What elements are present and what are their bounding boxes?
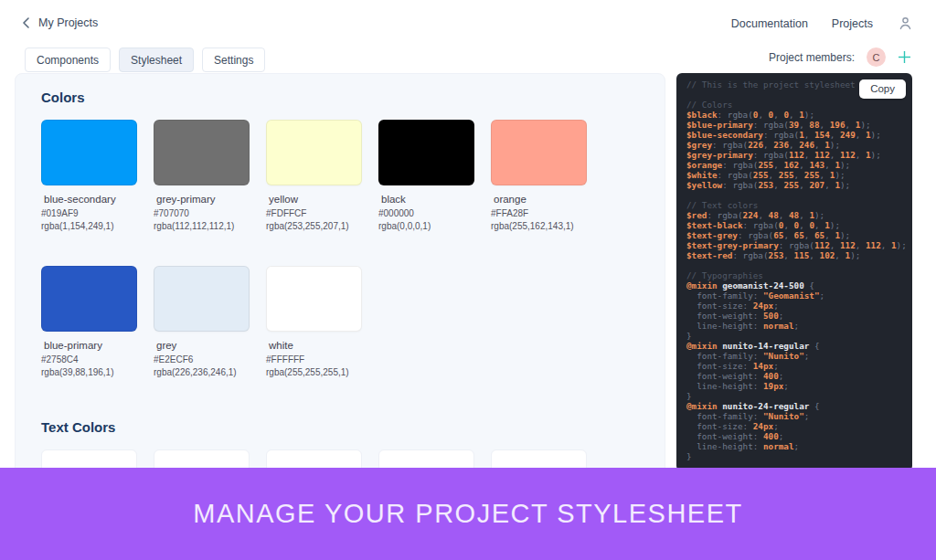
color-swatch-name: white <box>266 340 362 351</box>
user-account-icon[interactable] <box>897 15 914 32</box>
color-swatch-name: blue-secondary <box>41 194 137 205</box>
project-members: Project members: C <box>769 48 911 67</box>
color-swatch: blue-secondary #019AF9 rgba(1,154,249,1) <box>41 120 137 231</box>
tab-components[interactable]: Components <box>25 48 111 72</box>
color-swatch-hex: #000000 <box>378 208 474 218</box>
color-swatch-tile[interactable] <box>154 266 250 332</box>
color-swatch-tile[interactable] <box>491 120 587 185</box>
color-swatch: grey #E2ECF6 rgba(226,236,246,1) <box>154 266 250 377</box>
nav-projects[interactable]: Projects <box>832 17 873 30</box>
color-swatch-tile[interactable] <box>266 266 362 332</box>
stylesheet-code-panel: // This is the project stylesheet // Col… <box>676 73 912 471</box>
color-swatch-tile[interactable] <box>41 266 137 332</box>
color-swatch-rgba: rgba(255,162,143,1) <box>491 221 587 231</box>
color-swatch-rgba: rgba(226,236,246,1) <box>154 367 250 377</box>
color-swatch-name: grey <box>154 340 250 351</box>
color-swatch: black #000000 rgba(0,0,0,1) <box>378 120 474 231</box>
copy-button[interactable]: Copy <box>859 79 906 99</box>
color-swatch-hex: #2758C4 <box>41 354 137 365</box>
color-swatch: white #FFFFFF rgba(255,255,255,1) <box>266 266 362 377</box>
color-swatch: blue-primary #2758C4 rgba(39,88,196,1) <box>41 266 137 377</box>
color-swatch-name: black <box>378 194 474 205</box>
color-swatch-hex: #E2ECF6 <box>154 354 250 365</box>
color-swatch-rgba: rgba(0,0,0,1) <box>378 221 474 231</box>
project-members-label: Project members: <box>769 51 855 64</box>
tab-stylesheet[interactable]: Stylesheet <box>119 48 194 72</box>
color-swatch-name: orange <box>491 194 587 205</box>
back-to-projects-button[interactable]: My Projects <box>22 16 98 29</box>
add-member-button[interactable] <box>898 48 911 67</box>
color-swatch-grid: blue-secondary #019AF9 rgba(1,154,249,1)… <box>41 120 639 377</box>
breadcrumb-label: My Projects <box>38 16 98 29</box>
color-swatch-name: yellow <box>266 194 362 205</box>
color-swatch-rgba: rgba(253,255,207,1) <box>266 221 362 231</box>
color-swatch-rgba: rgba(1,154,249,1) <box>41 221 137 231</box>
color-swatch-rgba: rgba(39,88,196,1) <box>41 367 137 377</box>
tab-settings[interactable]: Settings <box>202 48 265 72</box>
color-swatch-hex: #707070 <box>154 208 250 218</box>
member-avatar[interactable]: C <box>867 48 886 67</box>
promo-banner: MANAGE YOUR PROJECT STYLESHEET <box>0 468 936 560</box>
promo-banner-text: MANAGE YOUR PROJECT STYLESHEET <box>193 499 743 529</box>
color-swatch-tile[interactable] <box>378 120 474 185</box>
nav-documentation[interactable]: Documentation <box>731 17 808 30</box>
color-swatch-tile[interactable] <box>154 120 250 185</box>
color-swatch-name: blue-primary <box>41 340 137 351</box>
color-swatch: grey-primary #707070 rgba(112,112,112,1) <box>154 120 250 231</box>
chevron-left-icon <box>22 17 30 28</box>
header: My Projects Documentation Projects <box>0 0 936 40</box>
color-swatch-hex: #FFA28F <box>491 208 587 218</box>
color-swatch-hex: #FFFFFF <box>266 354 362 365</box>
stylesheet-code: // This is the project stylesheet // Col… <box>686 79 912 461</box>
color-swatch-rgba: rgba(255,255,255,1) <box>266 367 362 377</box>
color-swatch-hex: #FDFFCF <box>266 208 362 218</box>
color-swatch-tile[interactable] <box>41 120 137 185</box>
color-swatch: orange #FFA28F rgba(255,162,143,1) <box>491 120 587 231</box>
plus-icon <box>898 50 911 64</box>
colors-section-title: Colors <box>41 90 639 105</box>
color-swatch-rgba: rgba(112,112,112,1) <box>154 221 250 231</box>
text-colors-section-title: Text Colors <box>41 419 639 435</box>
view-tabs: Components Stylesheet Settings <box>25 48 265 72</box>
color-swatch-hex: #019AF9 <box>41 208 137 218</box>
color-swatch: yellow #FDFFCF rgba(253,255,207,1) <box>266 120 362 231</box>
color-swatch-tile[interactable] <box>266 120 362 185</box>
color-swatch-name: grey-primary <box>154 194 250 205</box>
top-nav: Documentation Projects <box>731 15 914 32</box>
